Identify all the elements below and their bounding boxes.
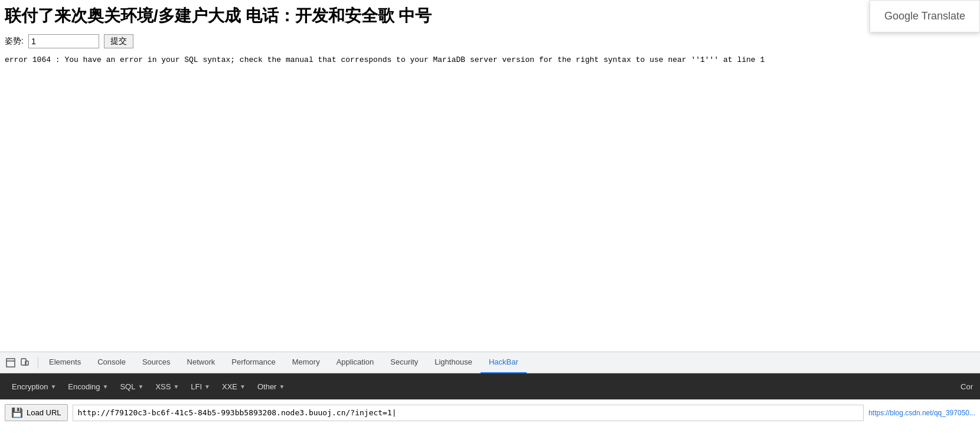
page-title: 联付了来次奥关环境/多建户大成 电话：开发和安全歌 中号	[5, 5, 975, 27]
hackbar-lfi-menu[interactable]: LFI ▼	[186, 380, 215, 393]
hackbar-encryption-chevron: ▼	[50, 383, 56, 390]
hackbar-other-menu[interactable]: Other ▼	[253, 380, 289, 393]
hackbar-url-input[interactable]	[73, 405, 864, 421]
error-message: error 1064 : You have an error in your S…	[5, 55, 975, 64]
hackbar-encoding-chevron: ▼	[103, 383, 109, 390]
hackbar-url-hint: https://blog.csdn.net/qq_397050...	[868, 409, 975, 417]
hackbar-sql-label: SQL	[120, 382, 135, 391]
hackbar-xss-label: XSS	[155, 382, 171, 391]
hackbar-lfi-label: LFI	[191, 382, 202, 391]
hackbar-xss-menu[interactable]: XSS ▼	[151, 380, 184, 393]
hackbar-encoding-menu[interactable]: Encoding ▼	[63, 380, 113, 393]
hackbar-encoding-label: Encoding	[68, 382, 100, 391]
devtools-icon-group	[5, 357, 31, 369]
hackbar-xss-chevron: ▼	[173, 383, 179, 390]
tab-performance[interactable]: Performance	[223, 352, 283, 373]
page-content: Google Translate 联付了来次奥关环境/多建户大成 电话：开发和安…	[0, 0, 980, 354]
load-url-button[interactable]: 💾 Load URL	[5, 404, 68, 421]
google-translate-popup: Google Translate	[870, 0, 980, 32]
hackbar-right-label: Cor	[961, 382, 973, 391]
hackbar-encryption-menu[interactable]: Encryption ▼	[7, 380, 61, 393]
hackbar-sql-chevron: ▼	[138, 383, 143, 390]
hackbar-lfi-chevron: ▼	[204, 383, 210, 390]
hackbar-toolbar: Encryption ▼ Encoding ▼ SQL ▼ XSS ▼ LFI …	[0, 373, 980, 399]
tab-application[interactable]: Application	[328, 352, 383, 373]
hackbar-other-label: Other	[257, 382, 277, 391]
form-row: 姿势: 提交	[5, 34, 975, 48]
tab-elements[interactable]: Elements	[41, 352, 89, 373]
tab-network[interactable]: Network	[179, 352, 224, 373]
devtools-tab-bar: Elements Console Sources Network Perform…	[0, 352, 980, 373]
tab-console[interactable]: Console	[89, 352, 134, 373]
disk-icon: 💾	[11, 407, 23, 418]
hackbar-url-row: 💾 Load URL https://blog.csdn.net/qq_3970…	[0, 399, 980, 425]
inspect-icon[interactable]	[5, 357, 17, 369]
form-label: 姿势:	[5, 36, 24, 47]
tab-hackbar[interactable]: HackBar	[481, 352, 527, 373]
tab-lighthouse[interactable]: Lighthouse	[426, 352, 481, 373]
svg-rect-0	[6, 359, 15, 367]
hackbar-encryption-label: Encryption	[12, 382, 48, 391]
load-url-label: Load URL	[27, 408, 61, 417]
tab-sources[interactable]: Sources	[134, 352, 179, 373]
devtools-panel: Elements Console Sources Network Perform…	[0, 352, 980, 443]
tab-separator	[38, 357, 38, 369]
hackbar-xxe-label: XXE	[222, 382, 237, 391]
姿势-input[interactable]	[28, 34, 99, 48]
hackbar-xxe-chevron: ▼	[240, 383, 246, 390]
submit-button[interactable]: 提交	[104, 34, 133, 48]
hackbar-xxe-menu[interactable]: XXE ▼	[217, 380, 250, 393]
device-toggle-icon[interactable]	[19, 357, 31, 369]
svg-rect-3	[25, 361, 28, 365]
hackbar-other-chevron: ▼	[279, 383, 285, 390]
tab-memory[interactable]: Memory	[284, 352, 328, 373]
google-translate-label: Google Translate	[884, 10, 965, 22]
hackbar-sql-menu[interactable]: SQL ▼	[115, 380, 148, 393]
tab-security[interactable]: Security	[382, 352, 426, 373]
